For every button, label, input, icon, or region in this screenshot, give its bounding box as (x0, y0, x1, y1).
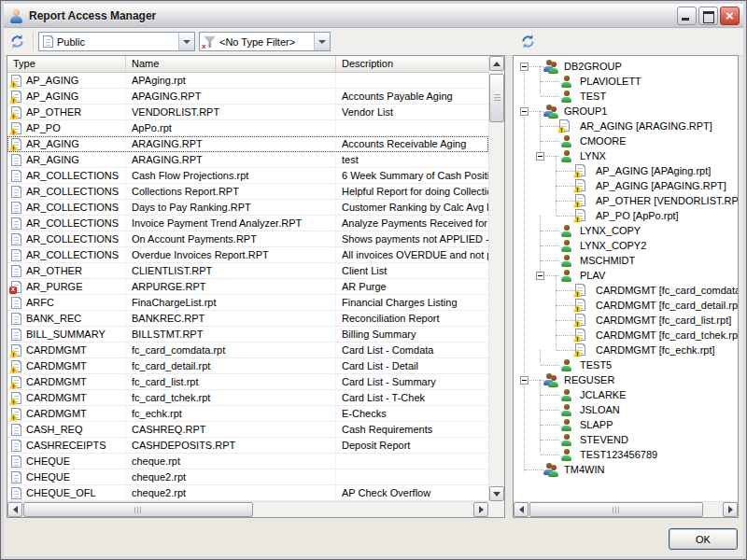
group-select[interactable]: Public (38, 32, 195, 51)
tree-item[interactable]: AP_OTHER [VENDORLIST.RPT] (514, 193, 738, 208)
table-row[interactable]: AR_COLLECTIONS Days to Pay Ranking.RPT C… (7, 200, 488, 216)
type-filter-arrow[interactable] (314, 33, 330, 50)
table-row[interactable]: AP_PO ApPo.rpt (7, 120, 488, 136)
maximize-button[interactable] (698, 7, 718, 25)
tree-item[interactable]: AP_AGING [APAGING.RPT] (514, 178, 738, 193)
close-button[interactable] (720, 7, 740, 25)
table-row[interactable]: AR_COLLECTIONS On Account Payments.RPT S… (7, 231, 488, 247)
table-row[interactable]: CARDMGMT fc_echk.rpt E-Checks (7, 406, 488, 422)
tree-item[interactable]: AP_PO [ApPo.rpt] (514, 208, 738, 223)
report-type-cell: AR_AGING (7, 136, 126, 152)
report-name-cell: Collections Report.RPT (126, 184, 336, 200)
tree-item[interactable]: TM4WIN (514, 462, 738, 477)
refresh-reports-button[interactable] (7, 31, 29, 52)
tree-item[interactable]: CARDMGMT [fc_card_list.rpt] (514, 313, 738, 328)
table-row[interactable]: AR_COLLECTIONS Invoice Payment Trend Ana… (7, 216, 488, 231)
tree-item[interactable]: AP_AGING [APAging.rpt] (514, 163, 738, 178)
table-row[interactable]: BILL_SUMMARY BILLSTMT.RPT Billing Summar… (7, 327, 488, 343)
ok-button[interactable]: OK (669, 528, 738, 550)
table-row[interactable]: AR_COLLECTIONS Overdue Invoices Report.R… (7, 247, 488, 263)
column-header-name[interactable]: Name (126, 56, 336, 73)
report-description-cell (336, 454, 488, 469)
tree-item[interactable]: PLAV (514, 268, 738, 283)
report-type-cell: AR_AGING (7, 152, 126, 168)
tree-item[interactable]: STEVEND (514, 432, 738, 447)
column-header-description[interactable]: Description (336, 56, 488, 73)
tree-expander-minus[interactable] (536, 272, 544, 280)
report-description-cell: Analyze Payments Received for Ea (336, 216, 488, 231)
horizontal-scroll-thumb[interactable] (529, 502, 703, 517)
report-name-cell: cheque.rpt (126, 454, 336, 469)
refresh-tree-button[interactable] (518, 31, 540, 52)
tree-item[interactable]: GROUP1 (514, 104, 738, 119)
horizontal-scroll-thumb[interactable] (23, 502, 253, 517)
table-row[interactable]: AR_AGING ARAGING.RPT test (7, 152, 488, 168)
table-row[interactable]: CARDMGMT fc_card_comdata.rpt Card List -… (7, 343, 488, 358)
tree-item[interactable]: JSLOAN (514, 402, 738, 417)
tree-expander-minus[interactable] (520, 376, 529, 385)
table-row[interactable]: AP_OTHER VENDORLIST.RPT Vendor List (7, 105, 488, 120)
table-row[interactable]: ARFC FinaChargeList.rpt Financial Charge… (7, 295, 488, 311)
tree-expander-minus[interactable] (520, 63, 529, 71)
table-row[interactable]: CARDMGMT fc_card_tchek.rpt Card List - T… (7, 390, 488, 406)
minimize-button[interactable] (677, 7, 697, 25)
table-row[interactable]: CASH_REQ CASHREQ.RPT Cash Requirements (7, 422, 488, 438)
scroll-left-button[interactable] (7, 502, 22, 517)
tree-item[interactable]: PLAVIOLETT (514, 74, 738, 89)
tree-item[interactable]: JCLARKE (514, 387, 738, 402)
column-header-type[interactable]: Type (7, 56, 126, 73)
table-row[interactable]: AP_AGING APAGING.RPT Accounts Payable Ag… (7, 89, 488, 105)
type-filter-select[interactable]: <No Type Filter> (199, 32, 331, 51)
table-row[interactable]: BANK_REC BANKREC.RPT Reconciliation Repo… (7, 311, 488, 327)
tree-expander-minus[interactable] (536, 152, 544, 161)
tree-item[interactable]: LYNX_COPY2 (514, 238, 738, 253)
tree-horizontal-scrollbar[interactable] (514, 501, 738, 517)
table-row[interactable]: CARDMGMT fc_card_list.rpt Card List - Su… (7, 374, 488, 390)
tree-item[interactable]: LYNX_COPY (514, 223, 738, 238)
tree-item[interactable]: DB2GROUP (514, 59, 738, 74)
table-row[interactable]: AR_AGING ARAGING.RPT Accounts Receivable… (7, 136, 488, 152)
tree-item[interactable]: LYNX (514, 148, 738, 163)
report-name-cell: VENDORLIST.RPT (126, 105, 336, 120)
scroll-right-button[interactable] (723, 502, 738, 517)
scroll-up-button[interactable] (489, 56, 504, 71)
tree-item-icon (575, 164, 585, 176)
tree-item[interactable]: CARDMGMT [fc_card_comdata.rpt] (514, 283, 738, 298)
table-vertical-scrollbar[interactable] (488, 56, 504, 501)
tree-item-icon (559, 269, 574, 282)
scroll-down-button[interactable] (489, 486, 504, 501)
table-row[interactable]: AR_COLLECTIONS Collections Report.RPT He… (7, 184, 488, 200)
table-row[interactable]: CASHRECEIPTS CASHDEPOSITS.RPT Deposit Re… (7, 438, 488, 454)
report-type-icon (11, 440, 21, 452)
tree-item[interactable]: TEST5 (514, 357, 738, 372)
table-row[interactable]: AP_AGING APAging.rpt (7, 73, 488, 89)
tree-item[interactable]: SLAPP (514, 417, 738, 432)
arrow-right-icon (479, 506, 484, 513)
tree-item[interactable]: AR_AGING [ARAGING.RPT] (514, 119, 738, 133)
table-row[interactable]: AR_COLLECTIONS Cash Flow Projections.rpt… (7, 168, 488, 184)
tree-item[interactable]: TEST (514, 89, 738, 104)
table-row[interactable]: CARDMGMT fc_card_detail.rpt Card List - … (7, 358, 488, 374)
toolbar-separator (33, 33, 35, 50)
tree-item[interactable]: CMOORE (514, 133, 738, 148)
tree-item[interactable]: CARDMGMT [fc_card_tchek.rpt] (514, 328, 738, 343)
report-name-cell: fc_card_detail.rpt (126, 358, 336, 374)
scroll-left-button[interactable] (514, 502, 529, 517)
tree-item[interactable]: CARDMGMT [fc_echk.rpt] (514, 343, 738, 357)
table-row[interactable]: AR_OTHER CLIENTLIST.RPT Client List (7, 263, 488, 279)
table-horizontal-scrollbar[interactable] (7, 501, 488, 517)
type-filter-value: <No Type Filter> (216, 36, 314, 48)
table-row[interactable]: CHEQUE_OFL cheque2.rpt AP Check Overflow (7, 485, 488, 501)
report-type-icon (11, 106, 21, 119)
tree-item[interactable]: REGUSER (514, 372, 738, 387)
group-select-arrow[interactable] (178, 33, 194, 50)
scroll-right-button[interactable] (473, 502, 488, 517)
table-row[interactable]: CHEQUE cheque.rpt (7, 454, 488, 469)
tree-item[interactable]: CARDMGMT [fc_card_detail.rpt] (514, 298, 738, 313)
table-row[interactable]: CHEQUE cheque2.rpt (7, 469, 488, 485)
vertical-scroll-thumb[interactable] (489, 74, 504, 122)
tree-expander-minus[interactable] (520, 107, 529, 116)
tree-item[interactable]: TEST123456789 (514, 447, 738, 462)
tree-item[interactable]: MSCHMIDT (514, 253, 738, 268)
table-row[interactable]: AR_PURGE ARPURGE.RPT AR Purge (7, 279, 488, 295)
